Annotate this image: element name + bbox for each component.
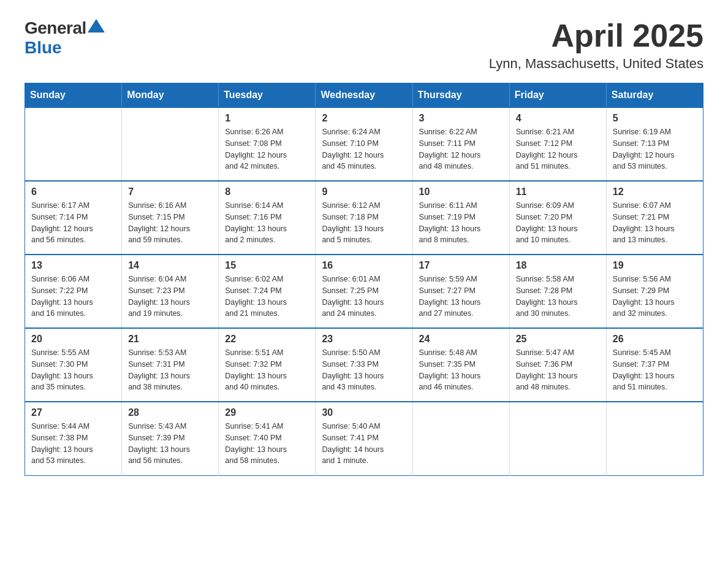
- logo-general-text: General: [25, 18, 86, 38]
- calendar-header: SundayMondayTuesdayWednesdayThursdayFrid…: [25, 83, 703, 108]
- header-day-monday: Monday: [122, 83, 219, 108]
- calendar-cell: 7Sunrise: 6:16 AMSunset: 7:15 PMDaylight…: [122, 181, 219, 255]
- day-number: 19: [613, 260, 697, 271]
- day-number: 12: [613, 186, 697, 197]
- calendar-cell: [25, 107, 122, 181]
- header-row: SundayMondayTuesdayWednesdayThursdayFrid…: [25, 83, 703, 108]
- calendar-cell: 26Sunrise: 5:45 AMSunset: 7:37 PMDayligh…: [606, 328, 703, 402]
- day-number: 29: [225, 407, 309, 418]
- day-number: 22: [225, 334, 309, 345]
- day-info: Sunrise: 6:17 AMSunset: 7:14 PMDaylight:…: [31, 200, 115, 246]
- day-info: Sunrise: 6:26 AMSunset: 7:08 PMDaylight:…: [225, 126, 309, 172]
- day-info: Sunrise: 6:12 AMSunset: 7:18 PMDaylight:…: [322, 200, 406, 246]
- page-header: General Blue April 2025 Lynn, Massachuse…: [25, 18, 703, 72]
- day-number: 20: [31, 334, 115, 345]
- day-info: Sunrise: 5:50 AMSunset: 7:33 PMDaylight:…: [322, 347, 406, 393]
- day-number: 28: [128, 407, 212, 418]
- day-info: Sunrise: 6:19 AMSunset: 7:13 PMDaylight:…: [613, 126, 697, 172]
- calendar-cell: 29Sunrise: 5:41 AMSunset: 7:40 PMDayligh…: [219, 402, 316, 475]
- day-info: Sunrise: 5:55 AMSunset: 7:30 PMDaylight:…: [31, 347, 115, 393]
- day-number: 6: [31, 186, 115, 197]
- day-number: 21: [128, 334, 212, 345]
- calendar-cell: 25Sunrise: 5:47 AMSunset: 7:36 PMDayligh…: [509, 328, 606, 402]
- day-info: Sunrise: 5:40 AMSunset: 7:41 PMDaylight:…: [322, 421, 406, 467]
- day-number: 3: [419, 113, 503, 124]
- calendar-week-3: 13Sunrise: 6:06 AMSunset: 7:22 PMDayligh…: [25, 255, 703, 328]
- day-number: 4: [516, 113, 600, 124]
- day-info: Sunrise: 5:51 AMSunset: 7:32 PMDaylight:…: [225, 347, 309, 393]
- day-info: Sunrise: 6:16 AMSunset: 7:15 PMDaylight:…: [128, 200, 212, 246]
- day-info: Sunrise: 5:53 AMSunset: 7:31 PMDaylight:…: [128, 347, 212, 393]
- header-day-friday: Friday: [509, 83, 606, 108]
- day-number: 16: [322, 260, 406, 271]
- day-info: Sunrise: 5:47 AMSunset: 7:36 PMDaylight:…: [516, 347, 600, 393]
- calendar-cell: 2Sunrise: 6:24 AMSunset: 7:10 PMDaylight…: [316, 107, 412, 181]
- day-info: Sunrise: 6:07 AMSunset: 7:21 PMDaylight:…: [613, 200, 697, 246]
- day-info: Sunrise: 5:41 AMSunset: 7:40 PMDaylight:…: [225, 421, 309, 467]
- calendar-cell: 19Sunrise: 5:56 AMSunset: 7:29 PMDayligh…: [606, 255, 703, 328]
- calendar-cell: [509, 402, 606, 475]
- calendar-cell: 22Sunrise: 5:51 AMSunset: 7:32 PMDayligh…: [219, 328, 316, 402]
- page-subtitle: Lynn, Massachusetts, United States: [489, 56, 703, 72]
- calendar-cell: 13Sunrise: 6:06 AMSunset: 7:22 PMDayligh…: [25, 255, 122, 328]
- header-day-thursday: Thursday: [412, 83, 509, 108]
- day-number: 2: [322, 113, 406, 124]
- calendar-cell: 9Sunrise: 6:12 AMSunset: 7:18 PMDaylight…: [316, 181, 412, 255]
- day-number: 9: [322, 186, 406, 197]
- day-info: Sunrise: 6:06 AMSunset: 7:22 PMDaylight:…: [31, 274, 115, 320]
- day-number: 25: [516, 334, 600, 345]
- day-info: Sunrise: 6:04 AMSunset: 7:23 PMDaylight:…: [128, 274, 212, 320]
- calendar-cell: [122, 107, 219, 181]
- calendar-cell: 11Sunrise: 6:09 AMSunset: 7:20 PMDayligh…: [509, 181, 606, 255]
- day-number: 24: [419, 334, 503, 345]
- calendar-cell: 8Sunrise: 6:14 AMSunset: 7:16 PMDaylight…: [219, 181, 316, 255]
- calendar-week-2: 6Sunrise: 6:17 AMSunset: 7:14 PMDaylight…: [25, 181, 703, 255]
- day-number: 13: [31, 260, 115, 271]
- day-info: Sunrise: 5:58 AMSunset: 7:28 PMDaylight:…: [516, 274, 600, 320]
- calendar-cell: 17Sunrise: 5:59 AMSunset: 7:27 PMDayligh…: [412, 255, 509, 328]
- calendar-cell: 16Sunrise: 6:01 AMSunset: 7:25 PMDayligh…: [316, 255, 412, 328]
- calendar-body: 1Sunrise: 6:26 AMSunset: 7:08 PMDaylight…: [25, 107, 703, 475]
- calendar-cell: 21Sunrise: 5:53 AMSunset: 7:31 PMDayligh…: [122, 328, 219, 402]
- logo-blue-text: Blue: [25, 38, 62, 58]
- day-info: Sunrise: 6:02 AMSunset: 7:24 PMDaylight:…: [225, 274, 309, 320]
- day-info: Sunrise: 5:45 AMSunset: 7:37 PMDaylight:…: [613, 347, 697, 393]
- calendar-cell: 3Sunrise: 6:22 AMSunset: 7:11 PMDaylight…: [412, 107, 509, 181]
- day-number: 30: [322, 407, 406, 418]
- day-number: 17: [419, 260, 503, 271]
- day-number: 5: [613, 113, 697, 124]
- calendar-cell: [606, 402, 703, 475]
- calendar-cell: 6Sunrise: 6:17 AMSunset: 7:14 PMDaylight…: [25, 181, 122, 255]
- calendar-cell: 18Sunrise: 5:58 AMSunset: 7:28 PMDayligh…: [509, 255, 606, 328]
- day-info: Sunrise: 6:09 AMSunset: 7:20 PMDaylight:…: [516, 200, 600, 246]
- day-number: 27: [31, 407, 115, 418]
- day-info: Sunrise: 5:56 AMSunset: 7:29 PMDaylight:…: [613, 274, 697, 320]
- page-title: April 2025: [489, 18, 703, 53]
- day-info: Sunrise: 5:59 AMSunset: 7:27 PMDaylight:…: [419, 274, 503, 320]
- calendar-cell: 27Sunrise: 5:44 AMSunset: 7:38 PMDayligh…: [25, 402, 122, 475]
- logo: General Blue: [25, 18, 105, 58]
- day-info: Sunrise: 6:24 AMSunset: 7:10 PMDaylight:…: [322, 126, 406, 172]
- day-info: Sunrise: 5:44 AMSunset: 7:38 PMDaylight:…: [31, 421, 115, 467]
- header-day-sunday: Sunday: [25, 83, 122, 108]
- calendar-cell: 1Sunrise: 6:26 AMSunset: 7:08 PMDaylight…: [219, 107, 316, 181]
- calendar-cell: 12Sunrise: 6:07 AMSunset: 7:21 PMDayligh…: [606, 181, 703, 255]
- day-number: 7: [128, 186, 212, 197]
- day-number: 14: [128, 260, 212, 271]
- day-info: Sunrise: 5:48 AMSunset: 7:35 PMDaylight:…: [419, 347, 503, 393]
- calendar-cell: 10Sunrise: 6:11 AMSunset: 7:19 PMDayligh…: [412, 181, 509, 255]
- calendar-cell: 15Sunrise: 6:02 AMSunset: 7:24 PMDayligh…: [219, 255, 316, 328]
- day-info: Sunrise: 5:43 AMSunset: 7:39 PMDaylight:…: [128, 421, 212, 467]
- title-section: April 2025 Lynn, Massachusetts, United S…: [489, 18, 703, 72]
- header-day-wednesday: Wednesday: [316, 83, 412, 108]
- calendar-cell: 24Sunrise: 5:48 AMSunset: 7:35 PMDayligh…: [412, 328, 509, 402]
- day-number: 8: [225, 186, 309, 197]
- day-number: 18: [516, 260, 600, 271]
- calendar-week-4: 20Sunrise: 5:55 AMSunset: 7:30 PMDayligh…: [25, 328, 703, 402]
- header-day-saturday: Saturday: [606, 83, 703, 108]
- day-info: Sunrise: 6:01 AMSunset: 7:25 PMDaylight:…: [322, 274, 406, 320]
- day-number: 15: [225, 260, 309, 271]
- day-info: Sunrise: 6:22 AMSunset: 7:11 PMDaylight:…: [419, 126, 503, 172]
- day-number: 26: [613, 334, 697, 345]
- calendar-cell: 5Sunrise: 6:19 AMSunset: 7:13 PMDaylight…: [606, 107, 703, 181]
